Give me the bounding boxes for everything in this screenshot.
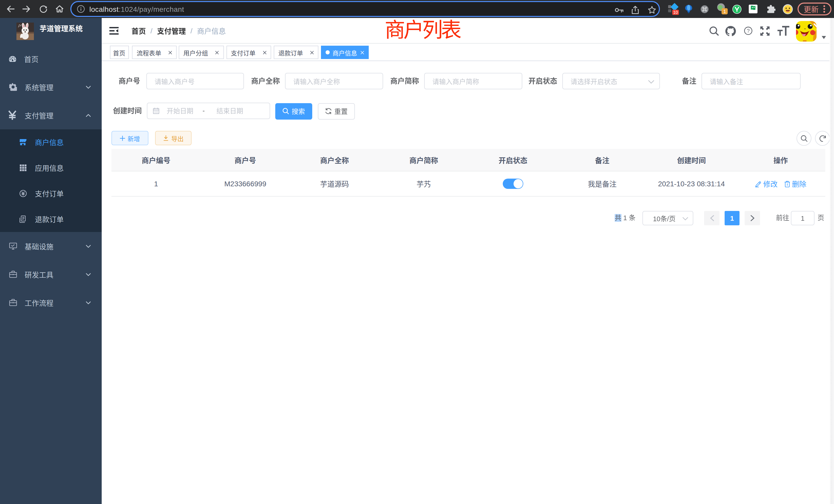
svg-text:10: 10 [673,10,678,14]
svg-text:?: ? [746,28,749,33]
svg-text:1: 1 [723,9,726,14]
